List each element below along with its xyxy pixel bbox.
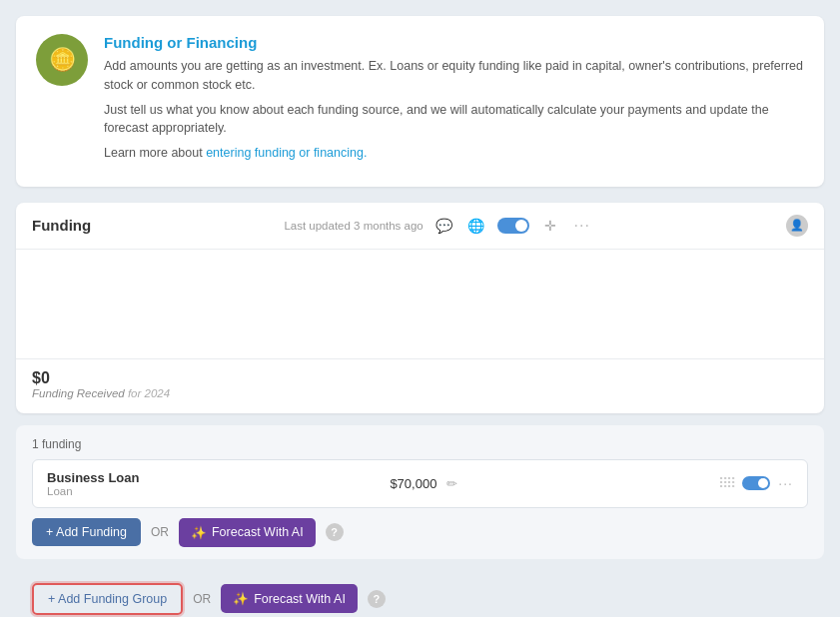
info-card: 🪙 Funding or Financing Add amounts you a… (16, 16, 824, 187)
summary-amount: $0 (32, 369, 808, 387)
globe-icon[interactable]: 🌐 (465, 215, 487, 237)
info-paragraph1: Add amounts you are getting as an invest… (104, 57, 804, 95)
forecast-group-ai-button[interactable]: ✨ Forecast With AI (221, 584, 358, 613)
funding-section: 1 funding Business Loan Loan $70,000 ✏ ⠿… (16, 425, 824, 559)
panel-title: Funding (32, 217, 91, 234)
forecast-ai-button[interactable]: ✨ Forecast With AI (179, 518, 316, 547)
add-funding-group-button[interactable]: + Add Funding Group (32, 583, 183, 615)
add-funding-button[interactable]: + Add Funding (32, 518, 141, 546)
info-icon: 🪙 (36, 34, 88, 86)
info-learn-more: Learn more about entering funding or fin… (104, 144, 804, 163)
funding-item-dots[interactable]: ··· (778, 475, 793, 491)
bottom-row: + Add Funding Group OR ✨ Forecast With A… (16, 569, 824, 617)
funding-item-name: Business Loan (47, 470, 139, 485)
or-group-label: OR (193, 592, 211, 606)
chart-area (16, 250, 824, 359)
summary-label: Funding Received for 2024 (32, 387, 808, 399)
funding-item-info: Business Loan Loan (47, 470, 139, 497)
learn-more-link[interactable]: entering funding or financing. (206, 146, 367, 160)
funding-count: 1 funding (32, 437, 808, 451)
help-icon[interactable]: ? (326, 523, 344, 541)
funding-panel: Funding Last updated 3 months ago 💬 🌐 ✛ … (16, 203, 824, 413)
funding-item-amount: $70,000 (390, 476, 436, 491)
drag-handle-icon[interactable]: ⠿⠿ (718, 475, 734, 491)
panel-dots-menu[interactable]: ··· (571, 215, 593, 237)
info-paragraph2: Just tell us what you know about each fu… (104, 101, 804, 139)
panel-toggle[interactable] (497, 218, 529, 234)
funding-item-type: Loan (47, 485, 139, 497)
help-group-icon[interactable]: ? (368, 590, 386, 608)
wand-group-icon: ✨ (233, 591, 249, 606)
add-funding-row: + Add Funding OR ✨ Forecast With AI ? (32, 518, 808, 547)
chat-icon[interactable]: 💬 (433, 215, 455, 237)
info-title: Funding or Financing (104, 34, 804, 51)
funding-item-controls: ⠿⠿ ··· (718, 475, 793, 491)
info-content: Funding or Financing Add amounts you are… (104, 34, 804, 169)
funding-item: Business Loan Loan $70,000 ✏ ⠿⠿ ··· (32, 459, 808, 508)
panel-header-controls: Last updated 3 months ago 💬 🌐 ✛ ··· (284, 215, 592, 237)
move-icon[interactable]: ✛ (539, 215, 561, 237)
funding-item-right: $70,000 ✏ (390, 476, 457, 491)
panel-header: Funding Last updated 3 months ago 💬 🌐 ✛ … (16, 203, 824, 250)
wand-icon: ✨ (191, 525, 207, 540)
or-label: OR (151, 525, 169, 539)
summary-area: $0 Funding Received for 2024 (16, 359, 824, 413)
add-user-icon[interactable]: 👤 (786, 215, 808, 237)
edit-icon[interactable]: ✏ (446, 476, 457, 491)
last-updated-text: Last updated 3 months ago (284, 220, 422, 232)
funding-item-toggle[interactable] (742, 476, 770, 490)
